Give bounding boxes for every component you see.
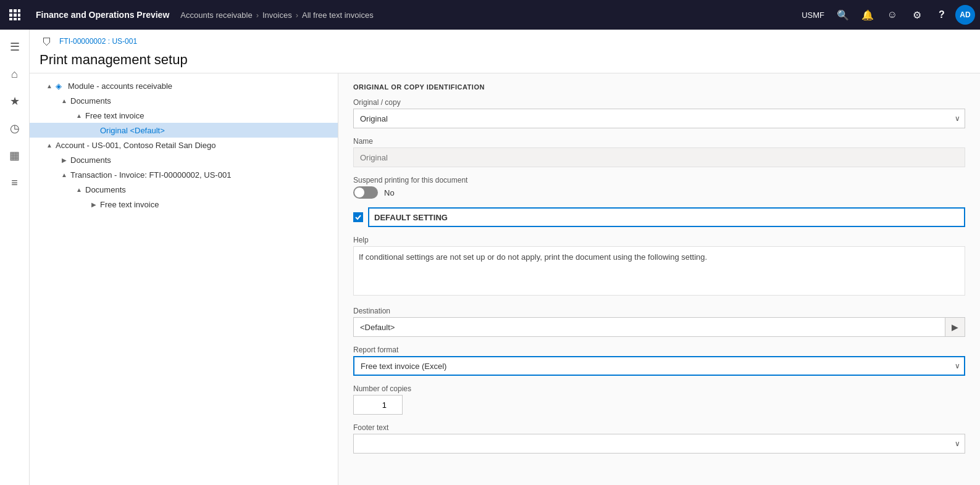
avatar[interactable]: AD <box>955 5 975 25</box>
toggle-track[interactable] <box>353 186 378 199</box>
tree-item-transaction[interactable]: ▲ Transaction - Invoice: FTI-00000002, U… <box>30 167 338 182</box>
breadcrumb-invoices[interactable]: Invoices <box>262 10 292 20</box>
original-copy-group: Original / copy Original Copy ∨ <box>353 98 965 128</box>
expand-icon-3 <box>89 125 99 135</box>
tree-item-free-text-invoice-2[interactable]: ▶ Free text invoice <box>30 197 338 212</box>
sidebar-modules[interactable]: ≡ <box>2 170 27 195</box>
report-format-input[interactable] <box>353 356 965 376</box>
form-panel: ORIGINAL OR COPY IDENTIFICATION Original… <box>338 73 980 485</box>
expand-icon-8[interactable]: ▶ <box>89 199 99 209</box>
breadcrumb-accounts-receivable[interactable]: Accounts receivable <box>180 10 252 20</box>
two-panel: ▲ ◈ Module - accounts receivable ▲ Docum… <box>30 73 980 485</box>
destination-label: Destination <box>353 307 965 315</box>
suspend-value: No <box>384 188 395 197</box>
sub-header: ⛉ FTI-00000002 : US-001 Print management… <box>30 30 980 73</box>
topbar-right: USMF 🔍 🔔 ☺ ⚙ ? AD <box>797 4 975 26</box>
settings-button[interactable]: ⚙ <box>906 4 928 26</box>
expand-icon-7[interactable]: ▲ <box>74 184 84 194</box>
tree-item-original-default[interactable]: Original <Default> <box>30 123 338 138</box>
tree-item-documents-2[interactable]: ▶ Documents <box>30 152 338 167</box>
sidebar-hamburger[interactable]: ☰ <box>2 35 27 59</box>
copies-group: Number of copies <box>353 384 965 415</box>
svg-rect-1 <box>14 9 17 12</box>
tree-label-documents-1: Documents <box>70 96 333 106</box>
tree-label-free-text-invoice-2: Free text invoice <box>100 200 333 209</box>
suspend-group: Suspend printing for this document No <box>353 176 965 199</box>
copies-label: Number of copies <box>353 384 965 393</box>
expand-icon-2[interactable]: ▲ <box>74 110 84 120</box>
destination-row: ▶ <box>353 317 965 337</box>
expand-icon-5[interactable]: ▶ <box>59 155 69 165</box>
footer-group: Footer text ∨ <box>353 423 965 454</box>
tree-item-documents-1[interactable]: ▲ Documents <box>30 93 338 108</box>
default-setting-checkbox[interactable] <box>353 212 363 222</box>
svg-rect-7 <box>14 18 17 20</box>
destination-play-button[interactable]: ▶ <box>945 317 965 337</box>
footer-label: Footer text <box>353 423 965 432</box>
tree-item-free-text-invoice-1[interactable]: ▲ Free text invoice <box>30 108 338 123</box>
report-format-group: Report format ∨ <box>353 346 965 376</box>
name-label: Name <box>353 137 965 146</box>
main-layout: ☰ ⌂ ★ ◷ ▦ ≡ ⛉ FTI-00000002 : US-001 Prin… <box>0 30 980 485</box>
name-group: Name <box>353 137 965 167</box>
original-copy-select[interactable]: Original Copy <box>353 109 965 128</box>
expand-icon-6[interactable]: ▲ <box>59 170 69 180</box>
expand-icon-4[interactable]: ▲ <box>44 140 54 150</box>
topbar: Finance and Operations Preview Accounts … <box>0 0 980 30</box>
original-copy-label: Original / copy <box>353 98 965 107</box>
tree-label-module: Module - accounts receivable <box>68 81 333 91</box>
breadcrumb-sep-2: › <box>296 10 298 20</box>
default-setting-input[interactable] <box>368 207 965 227</box>
help-button[interactable]: ? <box>931 4 953 26</box>
tree-label-documents-2: Documents <box>70 155 333 165</box>
tree-label-documents-3: Documents <box>85 185 333 194</box>
suspend-toggle[interactable] <box>353 186 378 199</box>
sidebar-star[interactable]: ★ <box>2 89 27 114</box>
original-copy-wrapper: Original Copy ∨ <box>353 109 965 128</box>
name-input[interactable] <box>353 147 965 167</box>
search-button[interactable]: 🔍 <box>832 4 854 26</box>
tree-label-original-default: Original <Default> <box>100 126 333 135</box>
tree-item-account[interactable]: ▲ Account - US-001, Contoso Retail San D… <box>30 138 338 152</box>
apps-icon[interactable] <box>5 5 25 25</box>
sidebar-workspace[interactable]: ▦ <box>2 143 27 168</box>
notification-button[interactable]: 🔔 <box>856 4 879 26</box>
module-icon: ◈ <box>56 81 65 91</box>
suspend-toggle-row: No <box>353 186 965 199</box>
default-setting-row <box>353 207 965 227</box>
tree-item-documents-3[interactable]: ▲ Documents <box>30 182 338 197</box>
report-format-label: Report format <box>353 346 965 354</box>
footer-select[interactable] <box>353 434 965 454</box>
svg-rect-0 <box>9 9 12 12</box>
help-label: Help <box>353 236 965 244</box>
toggle-thumb <box>354 188 364 197</box>
org-label: USMF <box>797 10 829 20</box>
feedback-button[interactable]: ☺ <box>881 4 903 26</box>
help-group: Help If conditional settings are not set… <box>353 236 965 298</box>
footer-select-wrapper: ∨ <box>353 434 965 454</box>
tree-label-account: Account - US-001, Contoso Retail San Die… <box>56 141 333 150</box>
tree-item-module[interactable]: ▲ ◈ Module - accounts receivable <box>30 78 338 93</box>
svg-rect-2 <box>18 9 20 12</box>
copies-input[interactable] <box>353 395 403 415</box>
tree-panel: ▲ ◈ Module - accounts receivable ▲ Docum… <box>30 73 338 485</box>
nav-breadcrumb: Accounts receivable › Invoices › All fre… <box>180 10 792 20</box>
report-format-wrapper: ∨ <box>353 356 965 376</box>
suspend-label: Suspend printing for this document <box>353 176 965 184</box>
expand-icon-0[interactable]: ▲ <box>44 81 54 91</box>
expand-icon-1[interactable]: ▲ <box>59 96 69 106</box>
sidebar: ☰ ⌂ ★ ◷ ▦ ≡ <box>0 30 30 485</box>
content-area: ⛉ FTI-00000002 : US-001 Print management… <box>30 30 980 485</box>
sidebar-recent[interactable]: ◷ <box>2 116 27 141</box>
destination-input[interactable] <box>353 317 945 337</box>
svg-rect-5 <box>18 14 20 17</box>
help-textarea[interactable]: If conditional settings are not set up o… <box>353 246 965 296</box>
filter-icon[interactable]: ⛉ <box>40 35 54 51</box>
svg-rect-4 <box>14 14 17 17</box>
section-title: ORIGINAL OR COPY IDENTIFICATION <box>353 83 965 91</box>
tree-label-free-text-invoice-1: Free text invoice <box>85 111 333 120</box>
breadcrumb-all-free-text[interactable]: All free text invoices <box>302 10 374 20</box>
sidebar-home[interactable]: ⌂ <box>2 62 27 86</box>
tree-label-transaction: Transaction - Invoice: FTI-00000002, US-… <box>70 170 333 180</box>
breadcrumb-sep-1: › <box>256 10 259 20</box>
